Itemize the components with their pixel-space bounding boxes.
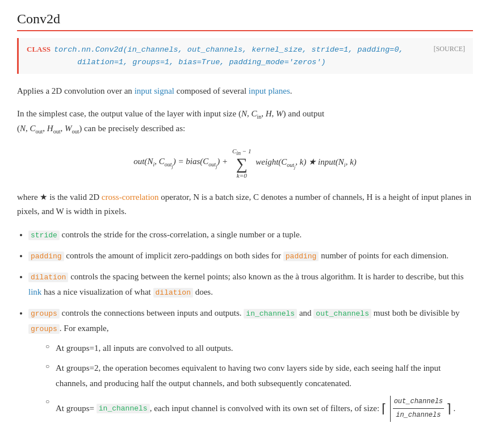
groups-code: groups <box>28 309 60 319</box>
right-bracket: ⌉ <box>446 401 451 416</box>
groups-code2: groups <box>28 324 60 334</box>
left-bracket: ⌈ <box>382 401 387 416</box>
parameters-list: stride controls the stride for the cross… <box>28 227 473 422</box>
cross-correlation-link[interactable]: cross-correlation <box>102 192 159 202</box>
class-full-name: torch.nn.Conv2d(in_channels, out_channel… <box>27 45 404 66</box>
math-description: In the simplest case, the output value o… <box>17 107 473 136</box>
groups-subitem1: At groups=1, all inputs are convolved to… <box>45 341 473 356</box>
padding-code2: padding <box>283 252 319 261</box>
fraction-numerator: out_channels <box>393 396 444 409</box>
description-paragraph: Applies a 2D convolution over an input s… <box>17 84 473 99</box>
input-planes-link[interactable]: input planes <box>249 86 290 95</box>
out-channels-code: out_channels <box>313 309 371 319</box>
desc-text1: Applies a 2D convolution over an <box>17 86 135 95</box>
class-signature-block: CLASStorch.nn.Conv2d(in_channels, out_ch… <box>17 38 473 74</box>
in-channels-code: in_channels <box>244 309 297 319</box>
dilation-code: dilation <box>28 273 68 282</box>
dilation-link[interactable]: link <box>28 287 41 296</box>
in-channels-code3: in_channels <box>97 404 150 413</box>
period: . <box>454 403 456 412</box>
desc-text2: composed of several <box>174 86 249 95</box>
groups-subitem2: At groups=2, the operation becomes equiv… <box>45 361 473 391</box>
dilation-code2: dilation <box>153 288 193 298</box>
sigma-notation: Cin − 1 ∑ k=0 <box>232 148 252 179</box>
class-keyword: CLASS <box>27 45 51 53</box>
stride-item: stride controls the stride for the cross… <box>28 227 473 242</box>
groups-sublist: At groups=1, all inputs are convolved to… <box>45 341 473 422</box>
fraction-denominator: in_channels <box>395 409 442 422</box>
source-link[interactable]: [SOURCE] <box>434 44 465 55</box>
fraction: out_channels in_channels <box>390 396 444 422</box>
stride-code: stride <box>28 231 60 240</box>
dilation-item: dilation controls the spacing between th… <box>28 269 473 300</box>
main-formula: out(Ni, Coutj) = bias(Coutj) + Cin − 1 ∑… <box>17 148 473 179</box>
desc-text3: . <box>290 86 292 95</box>
groups-item: groups controls the connections between … <box>28 305 473 422</box>
page-title: Conv2d <box>17 11 473 31</box>
padding-code: padding <box>28 252 64 261</box>
padding-item: padding controls the amount of implicit … <box>28 248 473 263</box>
where-paragraph: where ★ is the valid 2D cross-correlatio… <box>17 190 473 219</box>
groups-subitem3: At groups= in_channels, each input chann… <box>45 396 473 422</box>
input-signal-link[interactable]: input signal <box>135 86 174 95</box>
